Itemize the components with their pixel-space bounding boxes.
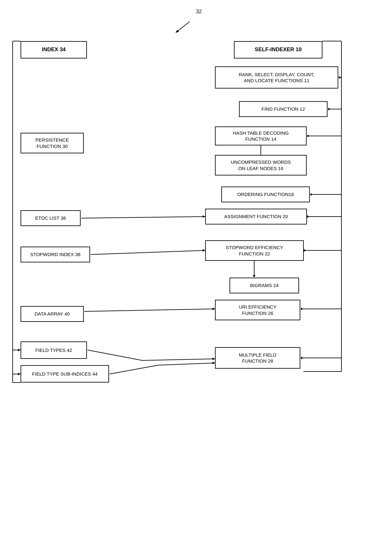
hash-table-box: HASH TABLE DECODINGFUNCTION 14	[215, 126, 307, 145]
svg-marker-39	[212, 362, 215, 364]
svg-marker-21	[203, 215, 205, 218]
svg-marker-13	[307, 135, 310, 137]
ref-number: 32	[196, 9, 202, 15]
field-types-box: FIELD TYPES 42	[21, 341, 87, 359]
uncompressed-box: UNCOMPRESSED WORDSON LEAF NODES 16	[215, 155, 307, 175]
svg-marker-31	[212, 308, 215, 310]
svg-line-30	[84, 309, 215, 311]
svg-marker-36	[212, 358, 215, 360]
svg-marker-23	[304, 249, 306, 252]
svg-marker-33	[301, 357, 303, 359]
field-type-sub-box: FIELD TYPE SUB-INDICES 44	[21, 365, 109, 383]
multiple-field-box: MULTIPLE FIELDFUNCTION 28	[215, 347, 300, 369]
svg-marker-25	[203, 249, 205, 252]
diagram: 32	[0, 0, 392, 540]
svg-marker-1	[175, 30, 179, 33]
bigrams-box: BIGRAMS 24	[230, 278, 299, 293]
ordering-box: ORDERING FUNCTION18	[221, 187, 310, 202]
svg-line-0	[177, 21, 190, 32]
index-box: INDEX 34	[21, 41, 87, 58]
svg-line-37	[110, 365, 158, 374]
svg-marker-29	[301, 308, 303, 310]
svg-marker-27	[253, 275, 255, 278]
svg-marker-43	[18, 373, 21, 375]
svg-line-34	[88, 350, 142, 360]
stopword-index-box: STOPWORD INDEX 38	[21, 247, 90, 262]
rank-select-box: RANK, SELECT, DISPLAY, COUNT,AND LOCATE …	[215, 66, 338, 89]
svg-marker-9	[339, 76, 341, 79]
etdc-list-box: ETDC LIST 36	[21, 210, 81, 226]
data-array-box: DATA ARRAY 40	[21, 306, 84, 322]
uri-eff-box: URI EFFICIENCYFUNCTION 26	[215, 300, 300, 320]
self-indexer-box: SELF-INDEXER 10	[234, 41, 322, 58]
stopword-eff-box: STOPWORD EFFICIENCYFUNCTION 22	[205, 240, 304, 261]
svg-marker-17	[310, 193, 313, 196]
persistence-box: PERSISTENCEFUNCTION 30	[21, 133, 84, 153]
svg-line-20	[81, 217, 205, 218]
svg-marker-19	[307, 215, 309, 218]
svg-line-38	[158, 363, 215, 365]
find-function-box: FIND FUNCTION 12	[239, 101, 328, 117]
svg-line-35	[142, 359, 215, 360]
svg-marker-41	[18, 349, 21, 351]
assignment-box: ASSIGNMENT FUNCTION 20	[205, 209, 307, 224]
svg-marker-11	[328, 108, 331, 110]
svg-line-24	[91, 250, 205, 255]
